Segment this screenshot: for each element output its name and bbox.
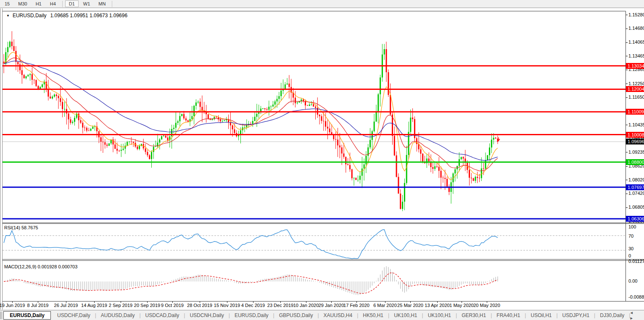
rsi-axis-label: 100 — [628, 224, 636, 230]
tab-uk100-h1[interactable]: UK100,H1 — [389, 312, 422, 319]
tab-uk100-h1[interactable]: UK100,H1 — [423, 312, 456, 319]
mt4-terminal: { "toolbar": { "timeframes": [ {"label":… — [0, 0, 644, 320]
symbol-tab-bar: EURUSD,DailyUSDCHF,Daily|AUDUSD,Daily|US… — [0, 310, 644, 320]
chart-symbol-label: EURUSD,Daily — [13, 13, 47, 18]
price-line-badge-1.11009[interactable]: 1.11009 — [626, 109, 644, 115]
tab-usdcad-daily[interactable]: USDCAD,Daily — [141, 312, 184, 319]
tab-ger30-h1[interactable]: GER30,H1 — [457, 312, 491, 319]
chart-menu-dropdown-icon[interactable]: ▼ — [6, 14, 10, 18]
tab-usdcnh-daily[interactable]: USDCNH,Daily — [185, 312, 228, 319]
tabbar-grip — [0, 312, 2, 319]
macd-axis-label: 0.00 — [628, 278, 637, 284]
macd-axis-label: 0.011277 — [628, 259, 644, 264]
price-tick-label: 1.14680 — [628, 26, 644, 31]
price-line-badge-1.10008[interactable]: 1.10008 — [626, 132, 644, 138]
chart-ohlc-values: 1.09685 1.09951 1.09673 1.09696 — [50, 13, 128, 18]
tab-audusd-daily[interactable]: AUDUSD,Daily — [96, 312, 140, 319]
price-tick-label: 1.10435 — [628, 122, 644, 128]
price-tick-label: 1.09235 — [628, 150, 644, 155]
price-line-badge-1.12004[interactable]: 1.12004 — [626, 86, 644, 92]
chart-window-bg — [0, 8, 644, 310]
price-line-badge-1.07697[interactable]: 1.07697 — [626, 184, 644, 190]
date-tick-label: 20 May 2020 — [468, 303, 505, 308]
price-line-badge-1.08800[interactable]: 1.08800 — [626, 159, 644, 165]
chart-canvas[interactable] — [0, 0, 644, 320]
macd-axis-label: -0.008845 — [628, 294, 644, 300]
tab-eurusd-daily[interactable]: EURUSD,Daily — [3, 311, 51, 320]
tab-xauusd-h4[interactable]: XAUUSD,H4 — [319, 312, 357, 319]
tab-dj30-daily[interactable]: DJ30,Daily — [595, 312, 629, 319]
price-tick-label: 1.15280 — [628, 12, 644, 18]
tab-hk50-h1[interactable]: HK50,H1 — [358, 312, 388, 319]
tab-usoil-h1[interactable]: USOil,H1 — [526, 312, 556, 319]
rsi-axis-label: 0 — [628, 253, 631, 259]
price-tick-label: 1.14065 — [628, 39, 644, 45]
tab-usdjpy-h1[interactable]: USDJPY,H1 — [558, 312, 594, 319]
tab-scroll-arrows[interactable]: ◂ ▸ — [630, 310, 644, 320]
rsi-axis-label: 30 — [628, 246, 633, 252]
price-tick-label: 1.13465 — [628, 53, 644, 59]
current-price-badge: 1.09696 — [626, 139, 644, 144]
price-tick-label: 1.12250 — [628, 81, 644, 87]
tab-usdchf-daily[interactable]: USDCHF,Daily — [53, 312, 95, 319]
macd-indicator-label: MACD(12,26,9) 0.001928 0.000703 — [4, 264, 77, 269]
rsi-indicator-label: RSI(14) 58.7675 — [4, 225, 38, 230]
rsi-axis-label: 70 — [628, 233, 633, 239]
price-line-badge-1.06306[interactable]: 1.06306 — [626, 216, 644, 222]
tab-eurusd-daily[interactable]: EURUSD,Daily — [230, 312, 273, 319]
price-tick-label: 1.07420 — [628, 191, 644, 196]
price-line-badge-1.13034[interactable]: 1.13034 — [626, 63, 644, 69]
price-tick-label: 1.06805 — [628, 205, 644, 210]
price-tick-label: 1.11650 — [628, 94, 644, 100]
tab-gbpusd-daily[interactable]: GBPUSD,Daily — [274, 312, 318, 319]
price-tick-label: 1.08020 — [628, 177, 644, 183]
tab-fra40-h1[interactable]: FRA40,H1 — [492, 312, 525, 319]
chart-title: ▼EURUSD,Daily1.09685 1.09951 1.09673 1.0… — [6, 13, 127, 18]
